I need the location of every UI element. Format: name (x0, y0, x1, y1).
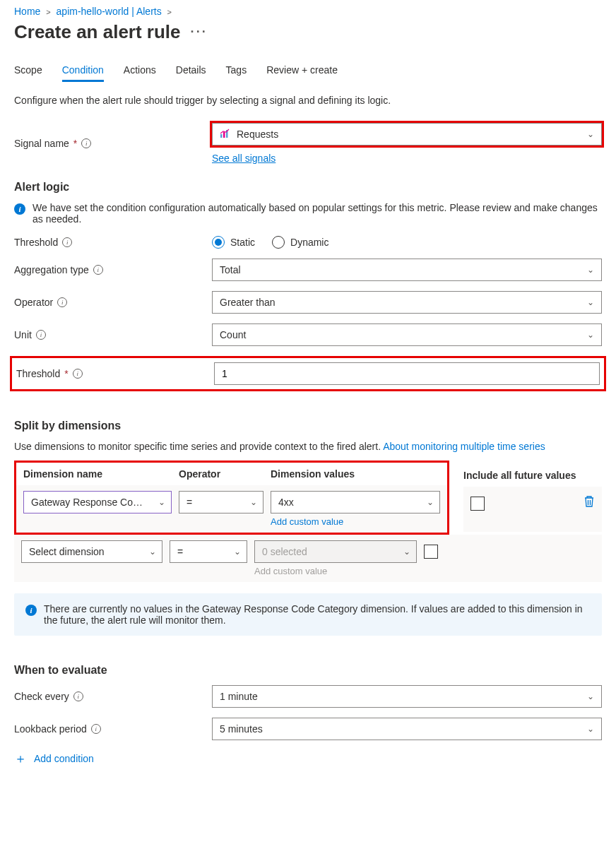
chevron-down-icon: ⌄ (587, 297, 594, 307)
threshold-dynamic-radio[interactable]: Dynamic (272, 236, 328, 249)
info-icon[interactable]: i (93, 265, 103, 275)
dimension-info-message: There are currently no values in the Gat… (44, 603, 591, 626)
aggregation-type-select[interactable]: Total ⌄ (212, 259, 602, 281)
info-icon[interactable]: i (91, 724, 101, 734)
tab-review[interactable]: Review + create (266, 64, 338, 82)
add-custom-value-disabled: Add custom value (254, 566, 417, 576)
dim-col-operator: Operator (179, 468, 263, 480)
chevron-down-icon: ⌄ (403, 547, 410, 557)
info-icon: i (25, 605, 37, 616)
dimension-operator-select-2[interactable]: = ⌄ (170, 540, 247, 563)
info-icon: i (14, 203, 25, 215)
chevron-down-icon: ⌄ (587, 129, 594, 139)
breadcrumb: Home > apim-hello-world | Alerts > (14, 6, 602, 17)
info-icon[interactable]: i (62, 237, 72, 247)
svg-rect-1 (223, 132, 225, 138)
chevron-down-icon: ⌄ (158, 497, 165, 507)
see-all-signals-link[interactable]: See all signals (212, 153, 276, 164)
add-condition-button[interactable]: ＋ Add condition (14, 750, 602, 767)
dim-col-future: Include all future values (463, 464, 602, 487)
threshold-value-label: Threshold (16, 368, 60, 379)
info-icon[interactable]: i (36, 330, 46, 340)
check-every-select[interactable]: 1 minute ⌄ (212, 685, 602, 708)
dimension-values-select-2[interactable]: 0 selected ⌄ (254, 540, 417, 563)
chevron-down-icon: ⌄ (587, 691, 594, 701)
svg-rect-0 (220, 134, 223, 138)
more-icon[interactable]: · · · (191, 25, 206, 40)
chevron-down-icon: ⌄ (587, 265, 594, 275)
when-to-evaluate-heading: When to evaluate (14, 664, 602, 677)
threshold-value-input[interactable] (214, 362, 600, 385)
check-every-label: Check every (14, 691, 69, 702)
dimension-operator-select[interactable]: = ⌄ (179, 491, 263, 513)
page-title: Create an alert rule · · · (14, 21, 602, 43)
intro-text: Configure when the alert rule should tri… (14, 95, 602, 106)
lookback-period-select[interactable]: 5 minutes ⌄ (212, 718, 602, 740)
operator-select[interactable]: Greater than ⌄ (212, 291, 602, 314)
chevron-down-icon: ⌄ (234, 547, 241, 557)
alert-logic-info: We have set the condition configuration … (32, 202, 602, 225)
operator-label: Operator (14, 297, 53, 308)
dimension-name-select[interactable]: Gateway Response Co… ⌄ (23, 491, 172, 513)
include-future-checkbox[interactable] (470, 497, 485, 511)
tab-actions[interactable]: Actions (124, 64, 156, 82)
chart-icon (220, 128, 231, 141)
threshold-type-label: Threshold (14, 237, 58, 248)
alert-logic-heading: Alert logic (14, 181, 602, 194)
dimension-name-select-2[interactable]: Select dimension ⌄ (21, 540, 162, 563)
chevron-right-icon: > (167, 8, 172, 16)
split-by-dimensions-heading: Split by dimensions (14, 420, 602, 432)
chevron-down-icon: ⌄ (587, 330, 594, 340)
delete-icon[interactable] (584, 495, 595, 511)
threshold-static-radio[interactable]: Static (212, 236, 255, 249)
tab-scope[interactable]: Scope (14, 64, 42, 82)
chevron-right-icon: > (46, 8, 50, 16)
tab-details[interactable]: Details (176, 64, 206, 82)
unit-select[interactable]: Count ⌄ (212, 323, 602, 346)
breadcrumb-home[interactable]: Home (14, 6, 40, 17)
tab-bar: Scope Condition Actions Details Tags Rev… (14, 64, 602, 82)
add-custom-value-link[interactable]: Add custom value (271, 516, 440, 527)
dimension-values-select[interactable]: 4xx ⌄ (271, 491, 440, 513)
tab-condition[interactable]: Condition (62, 64, 104, 82)
info-icon[interactable]: i (57, 297, 67, 307)
dim-col-name: Dimension name (23, 468, 172, 480)
chevron-down-icon: ⌄ (250, 497, 257, 507)
info-icon[interactable]: i (73, 691, 83, 701)
chevron-down-icon: ⌄ (587, 724, 594, 734)
chevron-down-icon: ⌄ (149, 547, 156, 557)
info-icon[interactable]: i (73, 369, 83, 379)
signal-name-value: Requests (237, 129, 278, 140)
dimensions-desc: Use dimensions to monitor specific time … (14, 441, 602, 452)
include-future-checkbox-2[interactable] (424, 545, 438, 559)
tab-tags[interactable]: Tags (226, 64, 247, 82)
signal-name-label: Signal name (14, 138, 69, 149)
breadcrumb-resource[interactable]: apim-hello-world | Alerts (57, 6, 162, 17)
plus-icon: ＋ (14, 750, 27, 767)
info-icon[interactable]: i (81, 138, 91, 148)
lookback-period-label: Lookback period (14, 723, 87, 735)
unit-label: Unit (14, 329, 32, 340)
aggregation-type-label: Aggregation type (14, 264, 89, 275)
chevron-down-icon: ⌄ (427, 497, 434, 507)
signal-name-select[interactable]: Requests ⌄ (212, 123, 602, 146)
monitoring-link[interactable]: About monitoring multiple time series (383, 441, 545, 452)
dim-col-values: Dimension values (271, 468, 440, 480)
